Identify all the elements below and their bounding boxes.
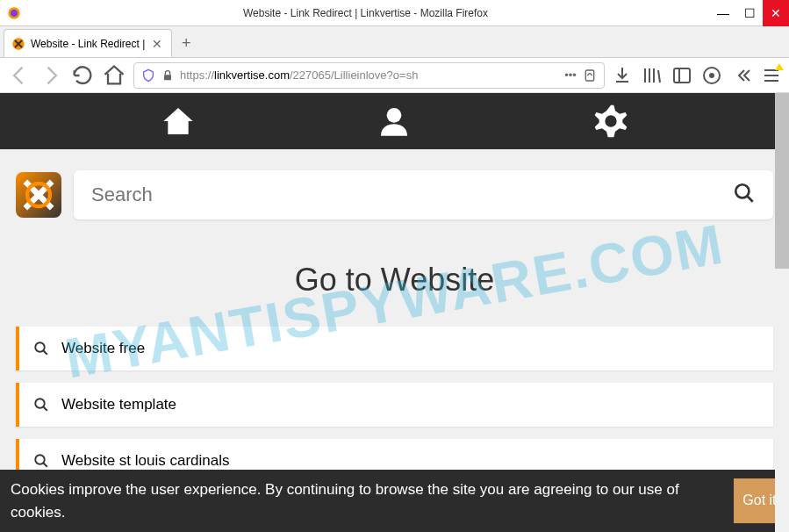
svg-point-12 [35, 399, 45, 408]
firefox-icon [7, 6, 21, 20]
tab-favicon-icon [11, 37, 25, 51]
window-titlebar: Website - Link Redirect | Linkvertise - … [0, 0, 789, 26]
shield-icon[interactable] [141, 68, 155, 83]
svg-point-8 [387, 108, 402, 123]
page-heading: Go to Website [16, 262, 773, 298]
extension-icon[interactable] [701, 65, 722, 86]
nav-settings-icon[interactable] [593, 104, 628, 139]
back-button[interactable] [7, 63, 32, 88]
menu-icon[interactable] [761, 65, 782, 86]
toolbar-right [612, 65, 782, 86]
search-icon [33, 453, 49, 469]
sidebar-icon[interactable] [671, 65, 692, 86]
url-path: /227065/Lillieinlove?o=sh [290, 68, 418, 82]
suggestion-item[interactable]: Website free [16, 327, 773, 370]
svg-rect-3 [164, 75, 171, 80]
svg-point-11 [35, 342, 45, 352]
search-icon[interactable] [733, 182, 756, 208]
tab-close-icon[interactable]: ✕ [150, 37, 164, 51]
cookie-banner: Cookies improve the user experience. By … [0, 470, 789, 532]
close-button[interactable]: ✕ [763, 0, 789, 26]
url-domain: linkvertise.com [214, 68, 290, 82]
window-title: Website - Link Redirect | Linkvertise - … [21, 7, 710, 19]
vertical-scrollbar[interactable] [775, 93, 789, 532]
reader-mode-icon[interactable] [583, 68, 597, 83]
nav-toolbar: https://linkvertise.com/227065/Lillieinl… [0, 58, 789, 93]
url-text: https://linkvertise.com/227065/Lillieinl… [180, 68, 558, 82]
overflow-icon[interactable] [731, 65, 752, 86]
app-nav-bar [0, 93, 789, 149]
library-icon[interactable] [642, 65, 663, 86]
suggestion-list: Website free Website template Website st… [16, 327, 773, 483]
window-controls: — ☐ ✕ [710, 0, 789, 26]
suggestion-label: Website template [61, 396, 176, 413]
forward-button[interactable] [39, 63, 63, 88]
page-content: Go to Website Website free Website templ… [0, 93, 789, 532]
reload-button[interactable] [70, 63, 95, 88]
search-icon [33, 397, 49, 413]
url-bar[interactable]: https://linkvertise.com/227065/Lillieinl… [133, 62, 605, 89]
maximize-button[interactable]: ☐ [736, 0, 763, 26]
suggestion-label: Website st louis cardinals [61, 452, 230, 470]
svg-rect-4 [585, 70, 593, 81]
search-row [16, 170, 773, 219]
downloads-icon[interactable] [612, 65, 633, 86]
svg-rect-5 [674, 68, 690, 83]
svg-point-13 [35, 455, 45, 464]
nav-user-icon[interactable] [377, 104, 412, 139]
lock-icon[interactable] [161, 68, 175, 83]
minimize-button[interactable]: — [710, 0, 736, 26]
svg-point-7 [709, 73, 714, 78]
suggestion-item[interactable]: Website template [16, 383, 773, 427]
url-protocol: https:// [180, 68, 214, 82]
browser-tab[interactable]: Website - Link Redirect | ✕ [4, 29, 172, 57]
tab-title: Website - Link Redirect | [31, 38, 145, 50]
svg-point-10 [735, 184, 749, 198]
search-input[interactable] [91, 183, 733, 206]
nav-home-icon[interactable] [161, 104, 196, 139]
page-action-dots-icon[interactable]: ••• [563, 68, 577, 83]
page-body: Go to Website Website free Website templ… [0, 149, 789, 504]
home-button[interactable] [102, 63, 126, 88]
scrollbar-thumb[interactable] [775, 93, 789, 269]
new-tab-button[interactable]: + [172, 29, 200, 57]
svg-point-1 [11, 10, 18, 17]
tab-bar: Website - Link Redirect | ✕ + [0, 26, 789, 58]
site-logo-icon[interactable] [16, 172, 61, 218]
suggestion-label: Website free [61, 340, 145, 357]
cookie-text: Cookies improve the user experience. By … [11, 478, 734, 523]
search-box[interactable] [74, 170, 773, 219]
search-icon [33, 341, 49, 356]
